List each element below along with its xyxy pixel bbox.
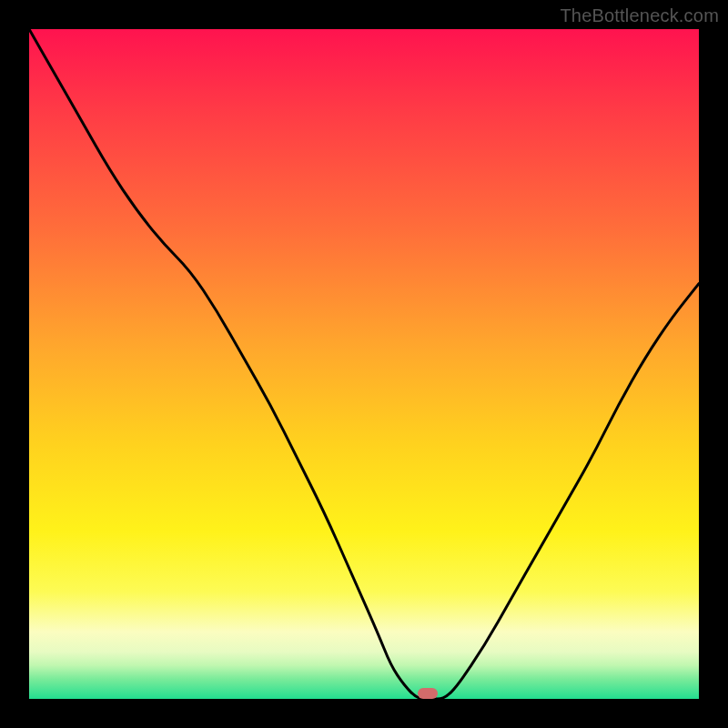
optimal-marker — [418, 688, 438, 699]
chart-frame: TheBottleneck.com — [0, 0, 728, 728]
watermark-text: TheBottleneck.com — [560, 5, 719, 26]
plot-gradient-background — [29, 29, 699, 699]
